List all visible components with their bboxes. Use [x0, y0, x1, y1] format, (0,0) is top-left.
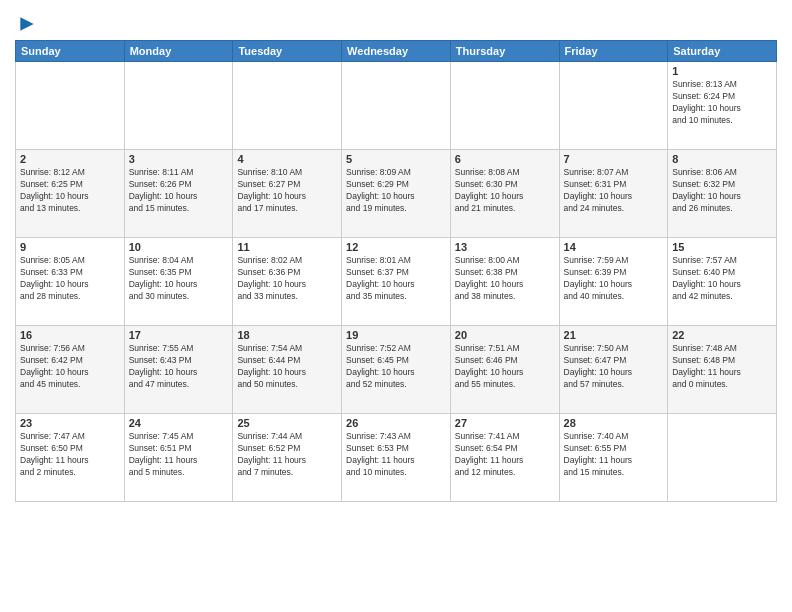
- day-number: 7: [564, 153, 664, 165]
- day-cell: 1Sunrise: 8:13 AM Sunset: 6:24 PM Daylig…: [668, 62, 777, 150]
- day-cell: 26Sunrise: 7:43 AM Sunset: 6:53 PM Dayli…: [342, 414, 451, 502]
- day-cell: 12Sunrise: 8:01 AM Sunset: 6:37 PM Dayli…: [342, 238, 451, 326]
- day-info: Sunrise: 8:00 AM Sunset: 6:38 PM Dayligh…: [455, 255, 555, 303]
- day-info: Sunrise: 7:50 AM Sunset: 6:47 PM Dayligh…: [564, 343, 664, 391]
- day-info: Sunrise: 7:52 AM Sunset: 6:45 PM Dayligh…: [346, 343, 446, 391]
- day-info: Sunrise: 7:51 AM Sunset: 6:46 PM Dayligh…: [455, 343, 555, 391]
- day-cell: 22Sunrise: 7:48 AM Sunset: 6:48 PM Dayli…: [668, 326, 777, 414]
- day-info: Sunrise: 7:48 AM Sunset: 6:48 PM Dayligh…: [672, 343, 772, 391]
- day-info: Sunrise: 7:41 AM Sunset: 6:54 PM Dayligh…: [455, 431, 555, 479]
- weekday-header-sunday: Sunday: [16, 41, 125, 62]
- day-number: 14: [564, 241, 664, 253]
- day-info: Sunrise: 8:01 AM Sunset: 6:37 PM Dayligh…: [346, 255, 446, 303]
- weekday-header-row: SundayMondayTuesdayWednesdayThursdayFrid…: [16, 41, 777, 62]
- day-number: 9: [20, 241, 120, 253]
- day-number: 4: [237, 153, 337, 165]
- day-number: 13: [455, 241, 555, 253]
- weekday-header-friday: Friday: [559, 41, 668, 62]
- day-cell: 8Sunrise: 8:06 AM Sunset: 6:32 PM Daylig…: [668, 150, 777, 238]
- day-cell: 9Sunrise: 8:05 AM Sunset: 6:33 PM Daylig…: [16, 238, 125, 326]
- day-number: 21: [564, 329, 664, 341]
- day-info: Sunrise: 8:10 AM Sunset: 6:27 PM Dayligh…: [237, 167, 337, 215]
- day-info: Sunrise: 8:05 AM Sunset: 6:33 PM Dayligh…: [20, 255, 120, 303]
- day-cell: 5Sunrise: 8:09 AM Sunset: 6:29 PM Daylig…: [342, 150, 451, 238]
- day-number: 18: [237, 329, 337, 341]
- day-info: Sunrise: 7:45 AM Sunset: 6:51 PM Dayligh…: [129, 431, 229, 479]
- day-cell: 6Sunrise: 8:08 AM Sunset: 6:30 PM Daylig…: [450, 150, 559, 238]
- day-cell: 28Sunrise: 7:40 AM Sunset: 6:55 PM Dayli…: [559, 414, 668, 502]
- day-cell: 2Sunrise: 8:12 AM Sunset: 6:25 PM Daylig…: [16, 150, 125, 238]
- weekday-header-wednesday: Wednesday: [342, 41, 451, 62]
- day-cell: 20Sunrise: 7:51 AM Sunset: 6:46 PM Dayli…: [450, 326, 559, 414]
- weekday-header-monday: Monday: [124, 41, 233, 62]
- day-info: Sunrise: 7:54 AM Sunset: 6:44 PM Dayligh…: [237, 343, 337, 391]
- day-cell: 25Sunrise: 7:44 AM Sunset: 6:52 PM Dayli…: [233, 414, 342, 502]
- day-cell: [124, 62, 233, 150]
- day-info: Sunrise: 7:47 AM Sunset: 6:50 PM Dayligh…: [20, 431, 120, 479]
- day-cell: 13Sunrise: 8:00 AM Sunset: 6:38 PM Dayli…: [450, 238, 559, 326]
- week-row-5: 23Sunrise: 7:47 AM Sunset: 6:50 PM Dayli…: [16, 414, 777, 502]
- day-number: 19: [346, 329, 446, 341]
- day-info: Sunrise: 8:04 AM Sunset: 6:35 PM Dayligh…: [129, 255, 229, 303]
- day-number: 15: [672, 241, 772, 253]
- day-cell: 4Sunrise: 8:10 AM Sunset: 6:27 PM Daylig…: [233, 150, 342, 238]
- day-cell: 27Sunrise: 7:41 AM Sunset: 6:54 PM Dayli…: [450, 414, 559, 502]
- week-row-2: 2Sunrise: 8:12 AM Sunset: 6:25 PM Daylig…: [16, 150, 777, 238]
- day-number: 20: [455, 329, 555, 341]
- day-info: Sunrise: 8:08 AM Sunset: 6:30 PM Dayligh…: [455, 167, 555, 215]
- day-number: 25: [237, 417, 337, 429]
- day-number: 22: [672, 329, 772, 341]
- day-number: 8: [672, 153, 772, 165]
- day-info: Sunrise: 8:02 AM Sunset: 6:36 PM Dayligh…: [237, 255, 337, 303]
- day-cell: 23Sunrise: 7:47 AM Sunset: 6:50 PM Dayli…: [16, 414, 125, 502]
- weekday-header-saturday: Saturday: [668, 41, 777, 62]
- day-info: Sunrise: 8:07 AM Sunset: 6:31 PM Dayligh…: [564, 167, 664, 215]
- day-info: Sunrise: 7:55 AM Sunset: 6:43 PM Dayligh…: [129, 343, 229, 391]
- day-number: 26: [346, 417, 446, 429]
- day-info: Sunrise: 8:11 AM Sunset: 6:26 PM Dayligh…: [129, 167, 229, 215]
- day-cell: 14Sunrise: 7:59 AM Sunset: 6:39 PM Dayli…: [559, 238, 668, 326]
- day-number: 24: [129, 417, 229, 429]
- day-cell: 7Sunrise: 8:07 AM Sunset: 6:31 PM Daylig…: [559, 150, 668, 238]
- day-cell: [16, 62, 125, 150]
- weekday-header-tuesday: Tuesday: [233, 41, 342, 62]
- day-cell: [342, 62, 451, 150]
- week-row-3: 9Sunrise: 8:05 AM Sunset: 6:33 PM Daylig…: [16, 238, 777, 326]
- week-row-1: 1Sunrise: 8:13 AM Sunset: 6:24 PM Daylig…: [16, 62, 777, 150]
- day-cell: 19Sunrise: 7:52 AM Sunset: 6:45 PM Dayli…: [342, 326, 451, 414]
- day-number: 28: [564, 417, 664, 429]
- day-cell: [559, 62, 668, 150]
- day-cell: [668, 414, 777, 502]
- day-info: Sunrise: 7:44 AM Sunset: 6:52 PM Dayligh…: [237, 431, 337, 479]
- day-cell: 18Sunrise: 7:54 AM Sunset: 6:44 PM Dayli…: [233, 326, 342, 414]
- day-info: Sunrise: 7:56 AM Sunset: 6:42 PM Dayligh…: [20, 343, 120, 391]
- day-number: 2: [20, 153, 120, 165]
- week-row-4: 16Sunrise: 7:56 AM Sunset: 6:42 PM Dayli…: [16, 326, 777, 414]
- day-number: 27: [455, 417, 555, 429]
- calendar: SundayMondayTuesdayWednesdayThursdayFrid…: [15, 40, 777, 502]
- day-number: 1: [672, 65, 772, 77]
- page: SundayMondayTuesdayWednesdayThursdayFrid…: [0, 0, 792, 612]
- day-cell: 10Sunrise: 8:04 AM Sunset: 6:35 PM Dayli…: [124, 238, 233, 326]
- weekday-header-thursday: Thursday: [450, 41, 559, 62]
- day-number: 12: [346, 241, 446, 253]
- day-number: 17: [129, 329, 229, 341]
- day-number: 23: [20, 417, 120, 429]
- day-info: Sunrise: 8:09 AM Sunset: 6:29 PM Dayligh…: [346, 167, 446, 215]
- day-cell: 16Sunrise: 7:56 AM Sunset: 6:42 PM Dayli…: [16, 326, 125, 414]
- day-number: 6: [455, 153, 555, 165]
- day-cell: [450, 62, 559, 150]
- day-info: Sunrise: 8:12 AM Sunset: 6:25 PM Dayligh…: [20, 167, 120, 215]
- day-cell: 15Sunrise: 7:57 AM Sunset: 6:40 PM Dayli…: [668, 238, 777, 326]
- day-number: 5: [346, 153, 446, 165]
- day-number: 16: [20, 329, 120, 341]
- day-info: Sunrise: 7:57 AM Sunset: 6:40 PM Dayligh…: [672, 255, 772, 303]
- day-number: 10: [129, 241, 229, 253]
- logo: [15, 14, 37, 34]
- day-number: 11: [237, 241, 337, 253]
- day-cell: 21Sunrise: 7:50 AM Sunset: 6:47 PM Dayli…: [559, 326, 668, 414]
- day-cell: 11Sunrise: 8:02 AM Sunset: 6:36 PM Dayli…: [233, 238, 342, 326]
- logo-icon: [17, 14, 37, 34]
- day-info: Sunrise: 7:43 AM Sunset: 6:53 PM Dayligh…: [346, 431, 446, 479]
- day-number: 3: [129, 153, 229, 165]
